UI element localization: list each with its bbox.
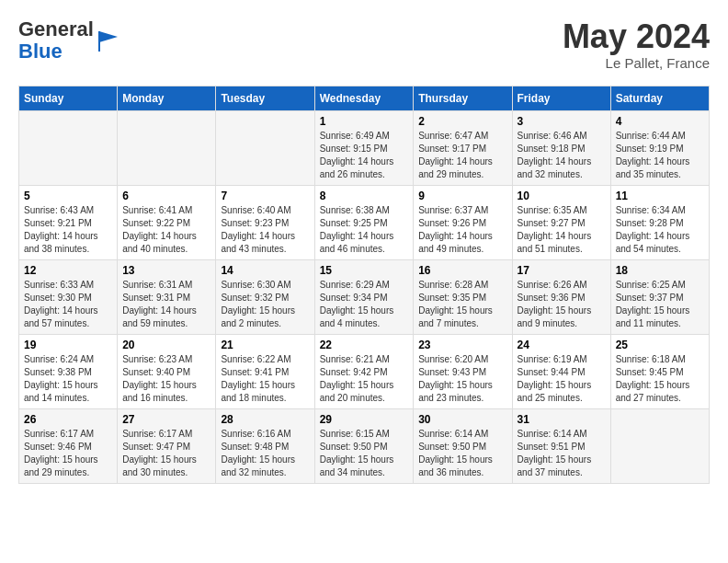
weekday-header-thursday: Thursday <box>414 86 512 110</box>
day-info: Sunrise: 6:25 AM Sunset: 9:37 PM Dayligh… <box>616 279 704 330</box>
day-info: Sunrise: 6:15 AM Sunset: 9:50 PM Dayligh… <box>320 428 409 479</box>
day-number: 28 <box>221 413 309 426</box>
day-info: Sunrise: 6:16 AM Sunset: 9:48 PM Dayligh… <box>221 428 309 479</box>
month-title: May 2024 <box>563 18 710 55</box>
calendar-cell <box>610 408 709 483</box>
logo: General Blue <box>18 18 121 63</box>
calendar-week-row: 1Sunrise: 6:49 AM Sunset: 9:15 PM Daylig… <box>19 110 710 185</box>
page-header: General Blue May 2024 Le Pallet, France <box>18 18 710 71</box>
calendar-cell: 16Sunrise: 6:28 AM Sunset: 9:35 PM Dayli… <box>414 259 512 334</box>
calendar-cell <box>216 110 314 185</box>
day-info: Sunrise: 6:49 AM Sunset: 9:15 PM Dayligh… <box>320 130 409 181</box>
day-info: Sunrise: 6:24 AM Sunset: 9:38 PM Dayligh… <box>24 353 112 405</box>
logo-blue-text: Blue <box>18 40 63 63</box>
day-info: Sunrise: 6:22 AM Sunset: 9:41 PM Dayligh… <box>221 353 309 405</box>
calendar-cell: 12Sunrise: 6:33 AM Sunset: 9:30 PM Dayli… <box>19 259 118 334</box>
day-number: 29 <box>320 413 409 426</box>
calendar-week-row: 26Sunrise: 6:17 AM Sunset: 9:46 PM Dayli… <box>19 408 710 483</box>
logo-general-text: General <box>18 17 94 40</box>
day-info: Sunrise: 6:28 AM Sunset: 9:35 PM Dayligh… <box>418 279 506 330</box>
day-info: Sunrise: 6:43 AM Sunset: 9:21 PM Dayligh… <box>24 204 112 256</box>
weekday-header-row: SundayMondayTuesdayWednesdayThursdayFrid… <box>19 86 710 110</box>
day-info: Sunrise: 6:35 AM Sunset: 9:27 PM Dayligh… <box>518 204 606 256</box>
day-info: Sunrise: 6:47 AM Sunset: 9:17 PM Dayligh… <box>418 130 506 181</box>
day-info: Sunrise: 6:33 AM Sunset: 9:30 PM Dayligh… <box>24 279 112 330</box>
calendar-cell: 19Sunrise: 6:24 AM Sunset: 9:38 PM Dayli… <box>19 334 118 408</box>
day-number: 2 <box>418 115 506 128</box>
calendar-cell: 13Sunrise: 6:31 AM Sunset: 9:31 PM Dayli… <box>118 259 216 334</box>
calendar-cell: 24Sunrise: 6:19 AM Sunset: 9:44 PM Dayli… <box>512 334 610 408</box>
weekday-header-friday: Friday <box>512 86 610 110</box>
day-number: 1 <box>320 115 409 128</box>
day-info: Sunrise: 6:44 AM Sunset: 9:19 PM Dayligh… <box>616 130 704 181</box>
weekday-header-wednesday: Wednesday <box>314 86 414 110</box>
calendar-week-row: 12Sunrise: 6:33 AM Sunset: 9:30 PM Dayli… <box>19 259 710 334</box>
day-number: 19 <box>24 339 112 351</box>
calendar-cell: 29Sunrise: 6:15 AM Sunset: 9:50 PM Dayli… <box>314 408 414 483</box>
location: Le Pallet, France <box>563 55 710 71</box>
day-number: 15 <box>320 264 409 277</box>
calendar-cell <box>118 110 216 185</box>
day-info: Sunrise: 6:38 AM Sunset: 9:25 PM Dayligh… <box>320 204 409 256</box>
day-info: Sunrise: 6:29 AM Sunset: 9:34 PM Dayligh… <box>320 279 409 330</box>
day-number: 31 <box>518 413 606 426</box>
day-info: Sunrise: 6:46 AM Sunset: 9:18 PM Dayligh… <box>518 130 606 181</box>
calendar-table: SundayMondayTuesdayWednesdayThursdayFrid… <box>18 86 710 484</box>
day-number: 11 <box>616 190 704 202</box>
calendar-cell <box>19 110 118 185</box>
day-number: 20 <box>122 339 210 351</box>
day-number: 21 <box>221 339 309 351</box>
calendar-cell: 14Sunrise: 6:30 AM Sunset: 9:32 PM Dayli… <box>216 259 314 334</box>
title-block: May 2024 Le Pallet, France <box>563 18 710 71</box>
calendar-cell: 1Sunrise: 6:49 AM Sunset: 9:15 PM Daylig… <box>314 110 414 185</box>
day-info: Sunrise: 6:30 AM Sunset: 9:32 PM Dayligh… <box>221 279 309 330</box>
calendar-cell: 21Sunrise: 6:22 AM Sunset: 9:41 PM Dayli… <box>216 334 314 408</box>
day-number: 25 <box>616 339 704 351</box>
weekday-header-tuesday: Tuesday <box>216 86 314 110</box>
day-info: Sunrise: 6:14 AM Sunset: 9:51 PM Dayligh… <box>518 428 606 479</box>
day-number: 24 <box>518 339 606 351</box>
calendar-cell: 20Sunrise: 6:23 AM Sunset: 9:40 PM Dayli… <box>118 334 216 408</box>
day-number: 6 <box>122 190 210 202</box>
calendar-cell: 10Sunrise: 6:35 AM Sunset: 9:27 PM Dayli… <box>512 185 610 259</box>
calendar-cell: 8Sunrise: 6:38 AM Sunset: 9:25 PM Daylig… <box>314 185 414 259</box>
calendar-cell: 18Sunrise: 6:25 AM Sunset: 9:37 PM Dayli… <box>610 259 709 334</box>
calendar-cell: 25Sunrise: 6:18 AM Sunset: 9:45 PM Dayli… <box>610 334 709 408</box>
day-number: 16 <box>418 264 506 277</box>
calendar-cell: 2Sunrise: 6:47 AM Sunset: 9:17 PM Daylig… <box>414 110 512 185</box>
day-info: Sunrise: 6:17 AM Sunset: 9:46 PM Dayligh… <box>24 428 112 479</box>
calendar-cell: 22Sunrise: 6:21 AM Sunset: 9:42 PM Dayli… <box>314 334 414 408</box>
day-info: Sunrise: 6:20 AM Sunset: 9:43 PM Dayligh… <box>418 353 506 405</box>
calendar-cell: 26Sunrise: 6:17 AM Sunset: 9:46 PM Dayli… <box>19 408 118 483</box>
weekday-header-monday: Monday <box>118 86 216 110</box>
calendar-cell: 23Sunrise: 6:20 AM Sunset: 9:43 PM Dayli… <box>414 334 512 408</box>
weekday-header-sunday: Sunday <box>19 86 118 110</box>
day-number: 26 <box>24 413 112 426</box>
svg-marker-0 <box>99 31 118 42</box>
day-info: Sunrise: 6:18 AM Sunset: 9:45 PM Dayligh… <box>616 353 704 405</box>
day-number: 13 <box>122 264 210 277</box>
calendar-cell: 27Sunrise: 6:17 AM Sunset: 9:47 PM Dayli… <box>118 408 216 483</box>
day-info: Sunrise: 6:31 AM Sunset: 9:31 PM Dayligh… <box>122 279 210 330</box>
day-number: 14 <box>221 264 309 277</box>
calendar-cell: 5Sunrise: 6:43 AM Sunset: 9:21 PM Daylig… <box>19 185 118 259</box>
day-number: 27 <box>122 413 210 426</box>
day-number: 9 <box>418 190 506 202</box>
day-info: Sunrise: 6:37 AM Sunset: 9:26 PM Dayligh… <box>418 204 506 256</box>
calendar-cell: 17Sunrise: 6:26 AM Sunset: 9:36 PM Dayli… <box>512 259 610 334</box>
day-number: 4 <box>616 115 704 128</box>
weekday-header-saturday: Saturday <box>610 86 709 110</box>
calendar-cell: 6Sunrise: 6:41 AM Sunset: 9:22 PM Daylig… <box>118 185 216 259</box>
calendar-cell: 4Sunrise: 6:44 AM Sunset: 9:19 PM Daylig… <box>610 110 709 185</box>
day-number: 17 <box>518 264 606 277</box>
day-number: 12 <box>24 264 112 277</box>
calendar-cell: 28Sunrise: 6:16 AM Sunset: 9:48 PM Dayli… <box>216 408 314 483</box>
day-number: 8 <box>320 190 409 202</box>
day-info: Sunrise: 6:41 AM Sunset: 9:22 PM Dayligh… <box>122 204 210 256</box>
day-info: Sunrise: 6:14 AM Sunset: 9:50 PM Dayligh… <box>418 428 506 479</box>
day-number: 3 <box>518 115 606 128</box>
day-info: Sunrise: 6:17 AM Sunset: 9:47 PM Dayligh… <box>122 428 210 479</box>
day-number: 18 <box>616 264 704 277</box>
day-info: Sunrise: 6:26 AM Sunset: 9:36 PM Dayligh… <box>518 279 606 330</box>
logo-flag-icon <box>96 28 121 53</box>
